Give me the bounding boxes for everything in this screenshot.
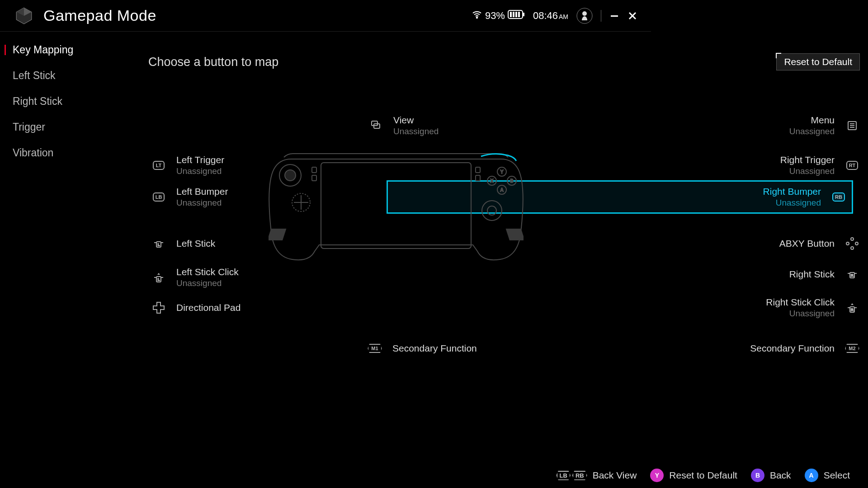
- minimize-button[interactable]: [609, 11, 619, 21]
- dpad-icon: [151, 300, 166, 315]
- m1-icon: M1: [367, 341, 382, 356]
- sidebar-item-keymapping[interactable]: Key Mapping: [5, 43, 81, 57]
- svg-rect-5: [523, 13, 524, 16]
- header-divider: [601, 10, 601, 22]
- battery-icon: [508, 9, 525, 22]
- svg-point-3: [476, 17, 478, 18]
- svg-text:L: L: [158, 243, 160, 247]
- header-left: Gamepad Mode: [14, 5, 156, 26]
- map-row-abxy[interactable]: ABXY Button: [393, 236, 651, 251]
- map-row-menu[interactable]: Menu Unassigned: [393, 115, 651, 136]
- svg-point-11: [582, 11, 587, 16]
- page-title: Gamepad Mode: [43, 7, 156, 24]
- ls-label: Left Stick: [176, 238, 215, 249]
- sidebar-item-leftstick[interactable]: Left Stick: [5, 69, 81, 83]
- view-button-icon: [368, 118, 383, 133]
- map-row-right-bumper[interactable]: RB Right Bumper Unassigned: [387, 180, 651, 214]
- clock-time: 08:46: [533, 10, 558, 22]
- left-stick-click-icon: L: [151, 270, 166, 285]
- close-button[interactable]: [627, 11, 637, 21]
- lb-label: Left Bumper: [176, 186, 228, 197]
- svg-rect-8: [515, 12, 517, 17]
- battery-pct: 93%: [485, 10, 505, 22]
- left-stick-icon: L: [151, 236, 166, 251]
- app-logo-icon: [14, 5, 34, 26]
- svg-rect-12: [611, 15, 618, 17]
- map-row-right-stick-click[interactable]: R Right Stick Click Unassigned: [393, 297, 651, 319]
- svg-rect-6: [510, 12, 512, 17]
- header-bar: Gamepad Mode 93%: [0, 0, 651, 32]
- sidebar-item-rightstick[interactable]: Right Stick: [5, 94, 81, 108]
- lb-status: Unassigned: [176, 198, 228, 208]
- wifi-status: 93%: [472, 9, 525, 23]
- svg-rect-9: [518, 12, 520, 17]
- sidebar-item-vibration[interactable]: Vibration: [5, 146, 81, 160]
- map-row-right-stick[interactable]: R Right Stick: [393, 267, 651, 282]
- lsc-status: Unassigned: [176, 278, 239, 288]
- sidebar-item-trigger[interactable]: Trigger: [5, 120, 81, 134]
- svg-rect-7: [513, 12, 514, 17]
- choose-button-heading: Choose a button to map: [148, 55, 278, 69]
- lt-icon: LT: [151, 158, 166, 173]
- clock: 08:46 AM: [533, 10, 568, 22]
- header-status-area: 93% 08:46 AM: [472, 8, 637, 24]
- map-row-right-trigger[interactable]: RT Right Trigger Unassigned: [393, 155, 651, 176]
- lt-status: Unassigned: [176, 166, 224, 176]
- dpad-label: Directional Pad: [176, 302, 241, 313]
- clock-ampm: AM: [559, 13, 568, 20]
- wifi-icon: [472, 9, 482, 23]
- lb-icon: LB: [151, 189, 166, 205]
- map-row-m2[interactable]: M2 Secondary Function: [393, 341, 651, 356]
- svg-text:L: L: [158, 277, 160, 282]
- sidebar: Key Mapping Left Stick Right Stick Trigg…: [5, 43, 81, 160]
- lt-label: Left Trigger: [176, 155, 224, 165]
- main-header: Choose a button to map Reset to Default: [148, 53, 651, 70]
- lsc-label: Left Stick Click: [176, 267, 239, 277]
- profile-avatar[interactable]: [576, 8, 593, 24]
